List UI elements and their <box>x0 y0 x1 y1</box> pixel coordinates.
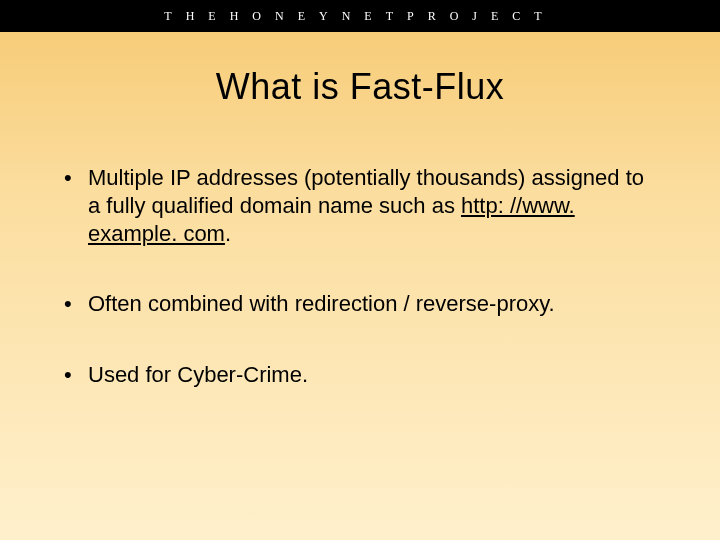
list-item: Multiple IP addresses (potentially thous… <box>60 164 660 248</box>
brand-seg-1: THE <box>164 9 229 24</box>
slide-body: Multiple IP addresses (potentially thous… <box>60 164 660 389</box>
bullet-text: Often combined with redirection / revers… <box>88 291 555 316</box>
brand-seg-3: PROJECT <box>407 9 556 24</box>
bullet-text: Used for Cyber-Crime. <box>88 362 308 387</box>
bullet-list: Multiple IP addresses (potentially thous… <box>60 164 660 389</box>
list-item: Often combined with redirection / revers… <box>60 290 660 318</box>
brand-header: THE HONEYNET PROJECT <box>0 0 720 32</box>
slide-title: What is Fast-Flux <box>0 66 720 108</box>
brand-seg-2: HONEYNET <box>230 9 407 24</box>
bullet-text-post: . <box>225 221 231 246</box>
list-item: Used for Cyber-Crime. <box>60 361 660 389</box>
